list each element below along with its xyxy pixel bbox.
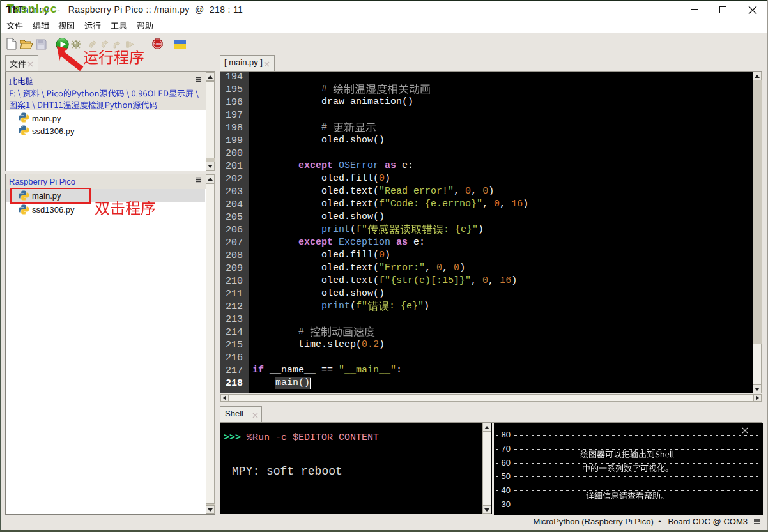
- svg-text:STOP: STOP: [154, 43, 162, 46]
